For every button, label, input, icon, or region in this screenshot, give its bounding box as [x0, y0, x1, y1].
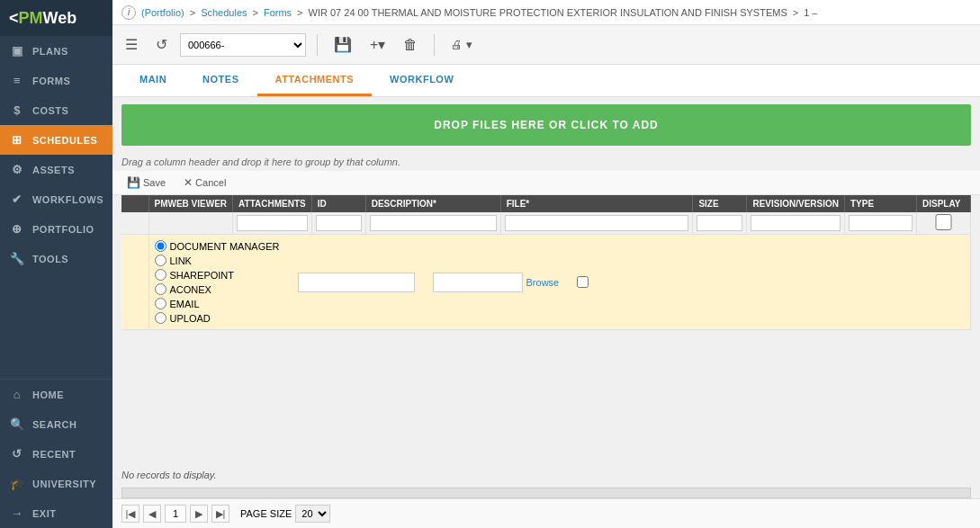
group-bar: Drag a column header and drop it here to…	[112, 153, 980, 171]
radio-aconex[interactable]: ACONEX	[155, 283, 280, 295]
filter-size-input[interactable]	[697, 215, 742, 231]
filter-revision-cell	[747, 212, 845, 235]
sidebar-bottom: ⌂ HOME 🔍 SEARCH ↺ RECENT 🎓 UNIVERSITY → …	[0, 379, 112, 528]
tab-main[interactable]: MAIN	[121, 65, 184, 96]
toolbar-divider2	[434, 34, 435, 56]
group-bar-text: Drag a column header and drop it here to…	[121, 157, 400, 167]
radio-email[interactable]: EMAIL	[155, 298, 280, 309]
sidebar-item-costs[interactable]: $ COSTS	[0, 95, 112, 125]
filter-checkbox-cell	[121, 212, 148, 235]
cancel-row-icon: ✕	[184, 176, 193, 189]
col-file: FILE*	[500, 195, 693, 212]
filter-id-input[interactable]	[316, 215, 362, 231]
tab-notes-label: NOTES	[202, 74, 238, 85]
filter-desc-input[interactable]	[370, 215, 497, 231]
page-size-select[interactable]: 20	[295, 505, 330, 523]
list-view-button[interactable]: ☰	[120, 33, 143, 56]
save-button[interactable]: 💾	[328, 33, 357, 56]
filter-display-checkbox[interactable]	[921, 214, 967, 230]
prev-page-button[interactable]: ◀	[143, 505, 161, 523]
source-radio-group: DOCUMENT MANAGER LINK SHAREPOINT	[155, 240, 280, 324]
radio-link[interactable]: LINK	[155, 255, 280, 266]
filter-size-cell	[693, 212, 747, 235]
sidebar-item-recent[interactable]: ↺ RECENT	[0, 439, 112, 469]
sidebar-item-schedules[interactable]: ⊞ SCHEDULES	[0, 125, 112, 155]
file-path-input[interactable]	[433, 273, 523, 292]
sidebar-item-plans[interactable]: ▣ PLANS	[0, 36, 112, 66]
plans-icon: ▣	[9, 44, 25, 58]
sidebar-item-label: UNIVERSITY	[32, 479, 96, 489]
add-button[interactable]: +▾	[364, 33, 391, 56]
radio-upload[interactable]: UPLOAD	[155, 312, 280, 324]
col-display: DISPLAY	[917, 195, 971, 212]
tab-workflow[interactable]: WORKFLOW	[372, 65, 472, 96]
display-checkbox[interactable]	[577, 276, 589, 288]
filter-revision-input[interactable]	[751, 215, 841, 231]
sidebar-item-portfolio[interactable]: ⊕ PORTFOLIO	[0, 214, 112, 244]
save-row-button[interactable]: 💾 Save	[121, 175, 171, 191]
current-page-input[interactable]	[165, 505, 186, 523]
sidebar-item-workflows[interactable]: ✔ WORKFLOWS	[0, 184, 112, 214]
search-icon: 🔍	[9, 417, 25, 431]
record-select[interactable]: 000666-	[180, 33, 306, 57]
radio-email-input[interactable]	[155, 298, 166, 309]
radio-sharepoint[interactable]: SHAREPOINT	[155, 269, 280, 281]
radio-sharepoint-label: SHAREPOINT	[170, 270, 235, 281]
col-size: SIZE	[693, 195, 747, 212]
attachments-table: PMWEB VIEWER ATTACHMENTS ID DESCRIPTION*…	[121, 195, 971, 330]
sidebar-item-assets[interactable]: ⚙ ASSETS	[0, 155, 112, 184]
browse-button[interactable]: Browse	[526, 277, 560, 288]
filter-file-input[interactable]	[505, 215, 689, 231]
no-records-text: No records to display.	[121, 470, 217, 480]
table-container: PMWEB VIEWER ATTACHMENTS ID DESCRIPTION*…	[121, 195, 971, 462]
sidebar-item-tools[interactable]: 🔧 TOOLS	[0, 244, 112, 273]
tab-attachments[interactable]: ATTACHMENTS	[257, 65, 373, 96]
workflows-icon: ✔	[9, 192, 25, 206]
description-input[interactable]	[298, 273, 415, 292]
filter-pmweb-cell	[148, 212, 233, 235]
radio-link-label: LINK	[170, 255, 192, 266]
sidebar-item-search[interactable]: 🔍 SEARCH	[0, 409, 112, 439]
cancel-row-button[interactable]: ✕ Cancel	[178, 175, 231, 191]
radio-sharepoint-input[interactable]	[155, 269, 166, 281]
breadcrumb-num: 1 –	[804, 7, 817, 18]
tools-icon: 🔧	[9, 252, 25, 265]
col-id: ID	[311, 195, 365, 212]
radio-aconex-input[interactable]	[155, 283, 166, 295]
delete-button[interactable]: 🗑	[398, 34, 423, 56]
tab-main-label: MAIN	[139, 74, 166, 85]
filter-file-cell	[500, 212, 693, 235]
recent-icon: ↺	[9, 447, 25, 461]
toolbar: ☰ ↺ 000666- 💾 +▾ 🗑 🖨 ▾	[112, 25, 980, 65]
print-button[interactable]: 🖨 ▾	[445, 35, 478, 54]
tab-notes[interactable]: NOTES	[184, 65, 256, 96]
tabs: MAIN NOTES ATTACHMENTS WORKFLOW	[112, 65, 980, 97]
last-page-button[interactable]: ▶|	[211, 505, 229, 523]
sidebar-item-forms[interactable]: ≡ FORMS	[0, 66, 112, 95]
upload-area[interactable]: DROP FILES HERE OR CLICK TO ADD	[121, 104, 971, 146]
sidebar-item-university[interactable]: 🎓 UNIVERSITY	[0, 469, 112, 498]
filter-type-input[interactable]	[849, 215, 913, 231]
info-icon[interactable]: i	[121, 5, 136, 20]
radio-link-input[interactable]	[155, 255, 166, 266]
radio-email-label: EMAIL	[170, 299, 200, 309]
schedules-icon: ⊞	[9, 133, 25, 147]
sidebar-item-exit[interactable]: → EXIT	[0, 498, 112, 528]
cancel-row-label: Cancel	[195, 177, 226, 188]
home-icon: ⌂	[9, 388, 25, 401]
sidebar-item-label: FORMS	[32, 76, 70, 86]
sidebar-nav: ▣ PLANS ≡ FORMS $ COSTS ⊞ SCHEDULES ⚙ AS…	[0, 36, 112, 379]
breadcrumb-sep: >	[190, 7, 195, 18]
first-page-button[interactable]: |◀	[121, 505, 139, 523]
next-page-button[interactable]: ▶	[190, 505, 208, 523]
filter-attach-input[interactable]	[237, 215, 308, 231]
radio-upload-input[interactable]	[155, 312, 166, 324]
radio-document-manager[interactable]: DOCUMENT MANAGER	[155, 240, 280, 252]
horizontal-scrollbar[interactable]	[121, 488, 971, 498]
radio-document-manager-input[interactable]	[155, 240, 166, 252]
col-revision: REVISION/VERSION	[747, 195, 845, 212]
sidebar-item-home[interactable]: ⌂ HOME	[0, 380, 112, 409]
sidebar-item-label: RECENT	[32, 449, 76, 460]
history-button[interactable]: ↺	[150, 33, 173, 56]
browse-area: Browse	[433, 273, 560, 292]
